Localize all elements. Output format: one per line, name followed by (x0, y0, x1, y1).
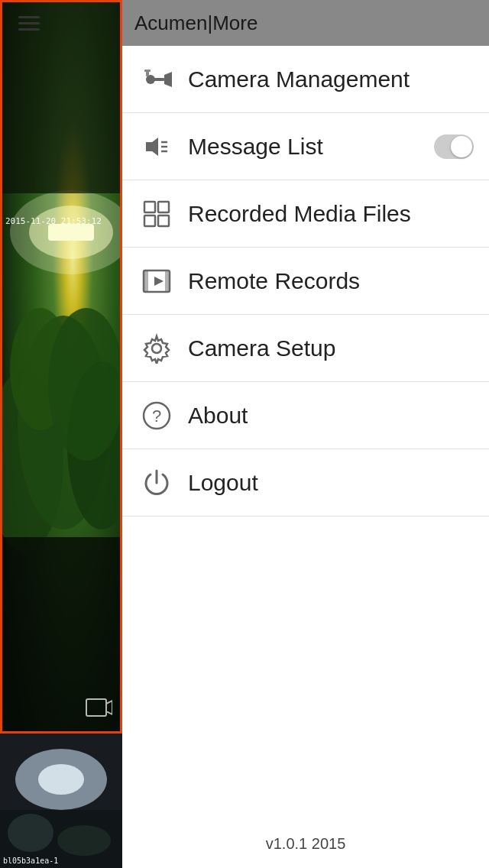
recorded-media-files-label: Recorded Media Files (188, 201, 474, 227)
menu-item-remote-records[interactable]: Remote Records (122, 248, 489, 315)
menu-item-recorded-media-files[interactable]: Recorded Media Files (122, 180, 489, 248)
version-text: v1.0.1 2015 (266, 835, 346, 852)
svg-rect-33 (144, 270, 148, 292)
left-panel: 2015-11-20 21:53:12 bl05b3a1ea-1 (0, 0, 122, 868)
camera-small-thumbnail[interactable]: bl05b3a1ea-1 (0, 734, 122, 868)
camera-setup-label: Camera Setup (188, 335, 474, 361)
svg-rect-28 (144, 202, 155, 212)
about-icon: ? (138, 397, 176, 435)
svg-marker-20 (164, 72, 172, 87)
svg-text:?: ? (152, 406, 161, 426)
svg-point-16 (8, 814, 53, 852)
camera-small-label: bl05b3a1ea-1 (3, 857, 58, 865)
svg-rect-24 (152, 143, 155, 151)
message-list-toggle[interactable] (434, 134, 474, 159)
camera-timestamp: 2015-11-20 21:53:12 (5, 216, 102, 226)
remote-records-label: Remote Records (188, 268, 474, 294)
svg-rect-19 (154, 78, 164, 81)
menu-item-logout[interactable]: Logout (122, 449, 489, 517)
svg-rect-29 (158, 202, 169, 212)
app-header: Acumen|More (122, 0, 489, 46)
remote-records-icon (138, 262, 176, 300)
logout-icon (138, 464, 176, 502)
svg-rect-34 (165, 270, 170, 292)
app-title: Acumen|More (134, 11, 257, 35)
recorded-media-files-icon (138, 195, 176, 233)
camera-management-icon (138, 60, 176, 99)
svg-marker-11 (106, 701, 112, 714)
camera-main-thumbnail[interactable]: 2015-11-20 21:53:12 (0, 0, 122, 734)
hamburger-line-3 (18, 28, 40, 31)
svg-point-14 (38, 764, 84, 795)
svg-rect-31 (158, 215, 169, 226)
version-footer: v1.0.1 2015 (122, 835, 489, 853)
about-label: About (188, 403, 474, 429)
message-list-label: Message List (188, 134, 434, 160)
camera-management-label: Camera Management (188, 66, 474, 92)
svg-point-17 (57, 825, 111, 856)
menu-panel: Camera Management Message List (122, 46, 489, 868)
svg-point-4 (48, 308, 122, 461)
svg-rect-30 (144, 215, 155, 226)
message-list-icon (138, 128, 176, 166)
svg-rect-10 (86, 699, 106, 716)
menu-item-camera-setup[interactable]: Camera Setup (122, 315, 489, 382)
svg-rect-22 (144, 70, 151, 72)
hamburger-line-1 (18, 16, 40, 18)
toggle-thumb (451, 136, 472, 157)
menu-item-camera-management[interactable]: Camera Management (122, 46, 489, 113)
svg-point-7 (10, 190, 122, 274)
hamburger-line-2 (18, 22, 40, 24)
hamburger-menu-button[interactable] (12, 6, 46, 40)
logout-label: Logout (188, 470, 474, 496)
svg-point-36 (152, 344, 161, 353)
menu-item-message-list[interactable]: Message List (122, 113, 489, 180)
camera-watermark-icon (83, 693, 112, 722)
camera-setup-icon (138, 329, 176, 368)
menu-item-about[interactable]: ? About (122, 382, 489, 449)
svg-marker-35 (154, 277, 164, 286)
